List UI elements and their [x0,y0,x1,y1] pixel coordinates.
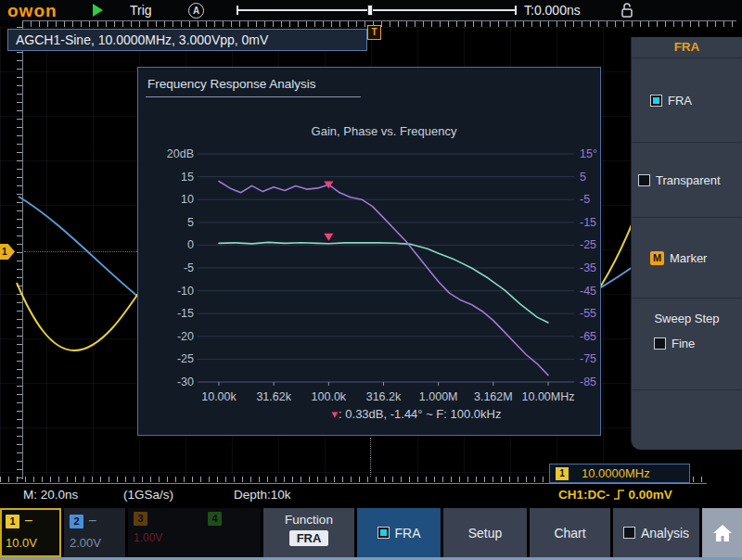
channel1-frequency-box: 1 10.0000MHz [549,464,690,483]
timebase-readout: M: 20.0ns [23,488,78,502]
x-tick-label: 31.62k [256,390,291,403]
home-icon [711,523,734,543]
tab-fra[interactable]: FRA [357,508,441,557]
ch2-coupling-icon: − [88,513,96,529]
y-right-tick-label: -55 [580,307,596,320]
y-left-tick-label: 15 [181,171,194,184]
ch2-scale-value: 2.00V [70,536,120,550]
generator-info-box[interactable]: AGCH1-Sine, 10.0000MHz, 3.000Vpp, 0mV [7,29,367,51]
x-tick-label: 10.00k [201,390,237,403]
function-box[interactable]: Function FRA [263,508,354,557]
channel1-frequency: 10.0000MHz [582,466,650,480]
y-left-tick-label: -25 [177,352,194,365]
x-tick-label: 10.00MHz [522,390,575,403]
fine-option[interactable]: Fine [632,337,742,350]
chart-tab-label: Chart [554,526,585,541]
y-right-tick-label: -5 [580,193,590,206]
channel1-badge: 1 [556,467,569,480]
y-right-tick-label: -15 [580,216,596,229]
function-label: Function [263,513,354,527]
y-right-tick-label: -65 [580,330,596,343]
y-left-tick-label: -15 [177,307,194,320]
panel-item-transparent[interactable]: Transparent [632,143,742,218]
analysis-tab-label: Analysis [641,526,689,541]
marker-readout: ▾: 0.33dB, -1.44° ~ F: 100.0kHz [249,407,583,421]
oscilloscope-screen: owon Trig A T:0.000ns 1 AGCH1-Sine, 10.0… [0,0,742,560]
y-right-tick-label: -85 [580,375,596,388]
trigger-source-text: CH1:DC- [558,488,610,502]
y-left-tick-label: 0 [187,238,194,251]
channel1-box[interactable]: 1 − 10.0V [0,508,61,557]
channel2-box[interactable]: 2 − 2.00V [64,508,125,557]
sample-rate-readout: (1GSa/s) [123,488,173,502]
setup-tab-label: Setup [468,526,503,541]
y-right-tick-label: -35 [580,261,596,274]
y-left-tick-label: 20dB [167,147,194,160]
fine-option-label: Fine [672,337,695,350]
marker-badge: M [650,251,664,265]
x-tick-label: 100.0k [312,390,347,403]
series-gain [219,242,548,323]
fra-tab-checkbox[interactable] [377,527,390,539]
y-left-tick-label: -10 [177,285,194,298]
ch1-coupling-icon: − [24,513,32,529]
fra-tab-label: FRA [395,526,421,541]
panel-title: FRA [632,37,742,58]
fra-chart: 20dB15°15510-55-150-25-5-35-10-45-15-55-… [138,68,602,437]
transparent-checkbox[interactable] [638,174,650,186]
y-left-tick-label: -30 [177,375,194,388]
fra-option-label: FRA [668,94,692,108]
trigger-level-text: 0.00mV [629,488,672,502]
analysis-checkbox[interactable] [623,527,635,539]
y-left-tick-label: 10 [181,193,194,206]
sweep-step-label: Sweep Step [632,312,742,325]
marker-icon: ▾ [332,407,339,421]
panel-item-sweep-step: Sweep Step Fine [632,312,742,390]
y-right-tick-label: -25 [580,238,596,251]
channel3-4-box[interactable]: 3 4 1.00V [128,508,261,557]
function-value-button[interactable]: FRA [289,530,329,546]
series-phase [219,182,548,375]
tab-analysis[interactable]: Analysis [613,508,699,557]
fra-window: Frequency Response Analysis Gain, Phase … [137,67,601,436]
panel-item-marker[interactable]: M Marker [632,218,742,299]
y-right-tick-label: 15° [580,147,597,160]
ch1-scale-value: 10.0V [6,536,56,550]
fra-checkbox[interactable] [650,95,662,107]
depth-readout: Depth:10k [234,488,291,502]
y-left-tick-label: 5 [187,216,194,229]
tab-chart[interactable]: Chart [530,508,610,557]
fra-side-panel: FRA FRA Transparent M Marker Sweep Step … [631,37,742,450]
transparent-option-label: Transparent [656,173,721,187]
home-button[interactable] [702,508,742,557]
ch4-badge: 4 [208,512,222,526]
chart-marker-triangle[interactable] [324,234,333,241]
x-tick-label: 1.000M [419,390,458,403]
trigger-position-badge[interactable]: T [367,25,381,40]
ch3-badge: 3 [134,512,147,526]
rising-edge-icon [613,489,626,501]
y-right-tick-label: -75 [580,352,596,365]
marker-option-label: Marker [670,251,707,265]
y-right-tick-label: -45 [580,285,596,298]
trigger-readout: CH1:DC- 0.00mV [558,488,672,502]
status-bar: M: 20.0ns (1GSa/s) Depth:10k CH1:DC- 0.0… [0,485,742,507]
tab-setup[interactable]: Setup [443,508,527,557]
x-tick-label: 3.162M [474,390,513,403]
y-right-tick-label: 5 [580,171,586,184]
ch2-badge: 2 [70,515,83,528]
y-left-tick-label: -20 [177,330,194,343]
bottom-menu: 1 − 10.0V 2 − 2.00V 3 4 1.00V Function F… [0,508,742,557]
x-tick-label: 316.2k [366,390,402,403]
fine-checkbox[interactable] [654,337,666,350]
panel-item-fra[interactable]: FRA [632,58,742,143]
y-left-tick-label: -5 [184,261,194,274]
ch3-scale-value: 1.00V [134,531,255,544]
ch1-badge: 1 [6,515,19,528]
marker-text: : 0.33dB, -1.44° ~ F: 100.0kHz [339,407,501,421]
